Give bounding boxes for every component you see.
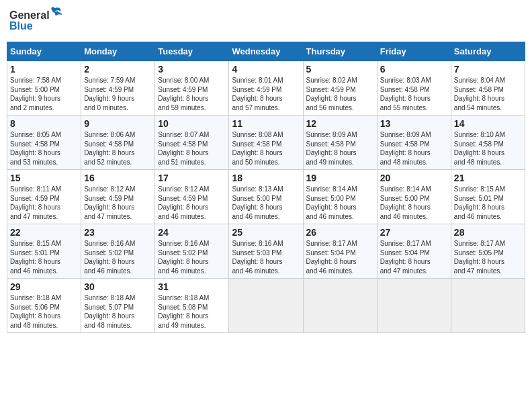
day-info: Sunrise: 8:06 AM Sunset: 4:58 PM Dayligh…: [84, 130, 152, 167]
calendar-cell: 23Sunrise: 8:16 AM Sunset: 5:02 PM Dayli…: [81, 224, 155, 279]
calendar-cell: [377, 279, 451, 333]
day-header-monday: Monday: [81, 42, 155, 61]
day-info: Sunrise: 8:17 AM Sunset: 5:04 PM Dayligh…: [380, 239, 448, 275]
day-info: Sunrise: 8:14 AM Sunset: 5:00 PM Dayligh…: [306, 185, 374, 221]
day-number: 31: [158, 281, 226, 292]
week-row-3: 15Sunrise: 8:11 AM Sunset: 4:59 PM Dayli…: [7, 170, 525, 224]
day-number: 28: [454, 227, 522, 238]
day-number: 23: [84, 227, 152, 238]
day-number: 15: [10, 173, 78, 183]
day-number: 27: [380, 227, 448, 238]
day-info: Sunrise: 8:15 AM Sunset: 5:01 PM Dayligh…: [10, 239, 78, 275]
day-number: 16: [84, 173, 152, 183]
calendar-cell: [303, 279, 377, 333]
day-info: Sunrise: 8:17 AM Sunset: 5:05 PM Dayligh…: [454, 239, 522, 275]
day-info: Sunrise: 8:13 AM Sunset: 5:00 PM Dayligh…: [232, 185, 300, 221]
day-info: Sunrise: 8:00 AM Sunset: 4:59 PM Dayligh…: [158, 76, 226, 112]
day-header-wednesday: Wednesday: [229, 42, 303, 61]
calendar-cell: 7Sunrise: 8:04 AM Sunset: 4:58 PM Daylig…: [451, 61, 525, 116]
calendar-cell: 16Sunrise: 8:12 AM Sunset: 4:59 PM Dayli…: [81, 170, 155, 224]
calendar-cell: 26Sunrise: 8:17 AM Sunset: 5:04 PM Dayli…: [303, 224, 377, 279]
calendar-cell: 25Sunrise: 8:16 AM Sunset: 5:03 PM Dayli…: [229, 224, 303, 279]
days-header-row: SundayMondayTuesdayWednesdayThursdayFrid…: [7, 42, 525, 61]
calendar-cell: 31Sunrise: 8:18 AM Sunset: 5:08 PM Dayli…: [155, 279, 229, 333]
calendar-cell: 2Sunrise: 7:59 AM Sunset: 4:59 PM Daylig…: [81, 61, 155, 116]
day-info: Sunrise: 8:15 AM Sunset: 5:01 PM Dayligh…: [454, 185, 522, 221]
day-number: 6: [380, 64, 448, 75]
day-number: 21: [454, 173, 522, 183]
day-info: Sunrise: 8:18 AM Sunset: 5:08 PM Dayligh…: [158, 293, 226, 330]
day-number: 8: [10, 118, 78, 129]
calendar-cell: 29Sunrise: 8:18 AM Sunset: 5:06 PM Dayli…: [7, 279, 81, 333]
day-number: 20: [380, 173, 448, 183]
day-header-friday: Friday: [377, 42, 451, 61]
week-row-4: 22Sunrise: 8:15 AM Sunset: 5:01 PM Dayli…: [7, 224, 525, 279]
day-info: Sunrise: 8:12 AM Sunset: 4:59 PM Dayligh…: [84, 185, 152, 221]
day-number: 17: [158, 173, 226, 183]
calendar-cell: 10Sunrise: 8:07 AM Sunset: 4:58 PM Dayli…: [155, 116, 229, 170]
day-info: Sunrise: 8:03 AM Sunset: 4:58 PM Dayligh…: [380, 76, 448, 112]
week-row-1: 1Sunrise: 7:58 AM Sunset: 5:00 PM Daylig…: [7, 61, 525, 116]
calendar-cell: 13Sunrise: 8:09 AM Sunset: 4:58 PM Dayli…: [377, 116, 451, 170]
week-row-5: 29Sunrise: 8:18 AM Sunset: 5:06 PM Dayli…: [7, 279, 525, 333]
calendar-cell: 1Sunrise: 7:58 AM Sunset: 5:00 PM Daylig…: [7, 61, 81, 116]
day-number: 5: [306, 64, 374, 75]
day-info: Sunrise: 8:16 AM Sunset: 5:02 PM Dayligh…: [84, 239, 152, 275]
svg-text:Blue: Blue: [9, 20, 33, 32]
day-number: 26: [306, 227, 374, 238]
calendar-cell: 8Sunrise: 8:05 AM Sunset: 4:58 PM Daylig…: [7, 116, 81, 170]
calendar-cell: 5Sunrise: 8:02 AM Sunset: 4:59 PM Daylig…: [303, 61, 377, 116]
day-number: 3: [158, 64, 226, 75]
day-info: Sunrise: 8:12 AM Sunset: 4:59 PM Dayligh…: [158, 185, 226, 221]
day-info: Sunrise: 8:16 AM Sunset: 5:03 PM Dayligh…: [232, 239, 300, 275]
calendar-cell: 11Sunrise: 8:08 AM Sunset: 4:58 PM Dayli…: [229, 116, 303, 170]
day-info: Sunrise: 8:09 AM Sunset: 4:58 PM Dayligh…: [306, 130, 374, 167]
day-number: 25: [232, 227, 300, 238]
calendar-cell: 22Sunrise: 8:15 AM Sunset: 5:01 PM Dayli…: [7, 224, 81, 279]
day-number: 18: [232, 173, 300, 183]
day-number: 9: [84, 118, 152, 129]
logo-svg: General Blue: [9, 7, 63, 36]
day-info: Sunrise: 8:05 AM Sunset: 4:58 PM Dayligh…: [10, 130, 78, 167]
calendar-table: SundayMondayTuesdayWednesdayThursdayFrid…: [7, 42, 525, 333]
day-number: 19: [306, 173, 374, 183]
calendar-cell: 19Sunrise: 8:14 AM Sunset: 5:00 PM Dayli…: [303, 170, 377, 224]
calendar-cell: 28Sunrise: 8:17 AM Sunset: 5:05 PM Dayli…: [451, 224, 525, 279]
day-info: Sunrise: 8:02 AM Sunset: 4:59 PM Dayligh…: [306, 76, 374, 112]
calendar-cell: 9Sunrise: 8:06 AM Sunset: 4:58 PM Daylig…: [81, 116, 155, 170]
day-header-saturday: Saturday: [451, 42, 525, 61]
day-number: 10: [158, 118, 226, 129]
calendar-cell: [451, 279, 525, 333]
day-header-thursday: Thursday: [303, 42, 377, 61]
calendar-cell: 3Sunrise: 8:00 AM Sunset: 4:59 PM Daylig…: [155, 61, 229, 116]
day-number: 4: [232, 64, 300, 75]
day-number: 12: [306, 118, 374, 129]
day-info: Sunrise: 8:17 AM Sunset: 5:04 PM Dayligh…: [306, 239, 374, 275]
svg-text:General: General: [9, 9, 50, 21]
calendar-cell: 14Sunrise: 8:10 AM Sunset: 4:58 PM Dayli…: [451, 116, 525, 170]
day-number: 30: [84, 281, 152, 292]
day-number: 14: [454, 118, 522, 129]
day-info: Sunrise: 8:08 AM Sunset: 4:58 PM Dayligh…: [232, 130, 300, 167]
calendar-cell: 24Sunrise: 8:16 AM Sunset: 5:02 PM Dayli…: [155, 224, 229, 279]
calendar-cell: 30Sunrise: 8:18 AM Sunset: 5:07 PM Dayli…: [81, 279, 155, 333]
day-number: 7: [454, 64, 522, 75]
day-number: 29: [10, 281, 78, 292]
calendar-cell: 4Sunrise: 8:01 AM Sunset: 4:59 PM Daylig…: [229, 61, 303, 116]
day-info: Sunrise: 8:16 AM Sunset: 5:02 PM Dayligh…: [158, 239, 226, 275]
logo: General Blue: [9, 7, 63, 36]
calendar-cell: 18Sunrise: 8:13 AM Sunset: 5:00 PM Dayli…: [229, 170, 303, 224]
day-number: 24: [158, 227, 226, 238]
day-info: Sunrise: 8:01 AM Sunset: 4:59 PM Dayligh…: [232, 76, 300, 112]
day-number: 1: [10, 64, 78, 75]
calendar-cell: 20Sunrise: 8:14 AM Sunset: 5:00 PM Dayli…: [377, 170, 451, 224]
day-info: Sunrise: 8:14 AM Sunset: 5:00 PM Dayligh…: [380, 185, 448, 221]
week-row-2: 8Sunrise: 8:05 AM Sunset: 4:58 PM Daylig…: [7, 116, 525, 170]
day-number: 13: [380, 118, 448, 129]
day-number: 22: [10, 227, 78, 238]
day-info: Sunrise: 8:18 AM Sunset: 5:07 PM Dayligh…: [84, 293, 152, 330]
calendar-cell: 17Sunrise: 8:12 AM Sunset: 4:59 PM Dayli…: [155, 170, 229, 224]
calendar-cell: [229, 279, 303, 333]
day-info: Sunrise: 8:04 AM Sunset: 4:58 PM Dayligh…: [454, 76, 522, 112]
calendar-cell: 12Sunrise: 8:09 AM Sunset: 4:58 PM Dayli…: [303, 116, 377, 170]
